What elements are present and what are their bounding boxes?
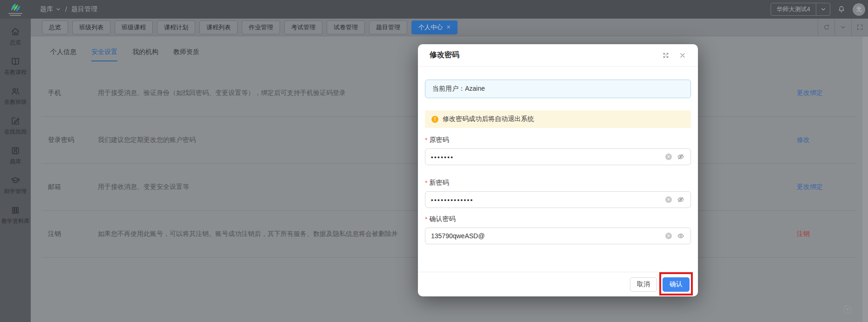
sidebar-item-teaching-courses[interactable]: 在教课程 <box>0 51 31 81</box>
graduation-cap-icon <box>10 175 21 186</box>
sidebar-item-label: 助学管理 <box>4 188 27 195</box>
warning-text: 修改密码成功后将自动退出系统 <box>443 115 534 123</box>
change-phone-binding-link[interactable]: 更改绑定 <box>797 89 823 96</box>
warning-icon: ! <box>431 116 438 123</box>
tab-overview[interactable]: 总览 <box>42 20 68 34</box>
sidebar-nav: 总览 在教课程 在教班级 在线批阅 题库 助学管理 教学资料库 <box>0 19 31 322</box>
modify-password-link[interactable]: 修改 <box>797 136 810 143</box>
setting-label: 手机 <box>48 89 92 97</box>
fullscreen-button[interactable] <box>851 19 868 36</box>
new-password-input[interactable]: ••••••••••••• ✕ <box>425 191 691 208</box>
current-user-text: 当前用户：Azaine <box>432 85 485 93</box>
tab-label: 题目管理 <box>376 23 400 32</box>
sidebar-item-label: 题库 <box>10 158 21 166</box>
sidebar-item-teaching-classes[interactable]: 在教班级 <box>0 81 31 111</box>
old-password-input[interactable]: ••••••• ✕ <box>425 148 691 165</box>
tab-questions[interactable]: 题目管理 <box>369 20 407 34</box>
breadcrumb-root-label: 题库 <box>40 5 53 13</box>
tab-label: 班级课程 <box>122 23 146 32</box>
sidebar-item-label: 在教班级 <box>4 98 27 106</box>
dialog-maximize-button[interactable] <box>662 52 670 59</box>
page-close-circle-button[interactable]: ✕ <box>843 305 852 314</box>
sidebar-item-teaching-materials[interactable]: 教学资料库 <box>0 200 31 230</box>
breadcrumb: 题库 / 题目管理 <box>40 5 97 13</box>
tab-teacher-qualification[interactable]: 教师资质 <box>173 48 199 61</box>
tab-label: 作业管理 <box>249 23 273 32</box>
tabs-menu-button[interactable] <box>834 19 851 36</box>
app-logo[interactable] <box>0 0 31 19</box>
open-tabs-bar: 总览 班级列表 班级课程 课程计划 课程列表 作业管理 考试管理 试卷管理 题目… <box>31 19 868 36</box>
close-tab-icon[interactable]: ✕ <box>446 25 451 30</box>
tab-course-plan[interactable]: 课程计划 <box>157 20 195 34</box>
deactivate-account-link[interactable]: 注销 <box>797 230 810 237</box>
dialog-title: 修改密码 <box>430 50 459 60</box>
avatar-text: 无 <box>856 6 862 13</box>
sidebar-item-overview[interactable]: 总览 <box>0 21 31 51</box>
new-password-value: ••••••••••••• <box>431 196 665 203</box>
breadcrumb-separator: / <box>65 6 67 13</box>
tab-class-courses[interactable]: 班级课程 <box>115 20 153 34</box>
tab-class-list[interactable]: 班级列表 <box>72 20 110 34</box>
refresh-icon <box>823 24 830 31</box>
tab-label: 总览 <box>49 23 61 32</box>
settings-tabs: 个人信息 安全设置 我的机构 教师资质 <box>50 48 199 61</box>
setting-description: 我们建议您定期更改您的账户密码 <box>98 136 196 144</box>
tab-security-settings[interactable]: 安全设置 <box>91 48 117 61</box>
clear-input-icon[interactable]: ✕ <box>665 233 672 239</box>
user-avatar[interactable]: 无 <box>853 3 865 16</box>
tab-label: 课程计划 <box>164 23 188 32</box>
required-marker: * <box>425 179 427 187</box>
tab-personal-info[interactable]: 个人信息 <box>50 48 76 61</box>
setting-description: 用于接受消息、验证身份（如找回密码、变更设置等），绑定后可支持手机验证码登录 <box>98 89 346 97</box>
field-label: 确认密码 <box>429 215 455 223</box>
logo-caption <box>8 13 22 16</box>
setting-label: 注销 <box>48 230 92 238</box>
tab-papers[interactable]: 试卷管理 <box>327 20 365 34</box>
tab-course-list[interactable]: 课程列表 <box>199 20 238 34</box>
chevron-down-icon <box>55 7 61 12</box>
tab-exams[interactable]: 考试管理 <box>284 20 322 34</box>
close-icon <box>679 52 686 59</box>
current-user-banner: 当前用户：Azaine <box>425 80 691 98</box>
account-selector[interactable]: 华师大测试4 <box>771 3 830 16</box>
fullscreen-icon <box>856 24 863 31</box>
cancel-button[interactable]: 取消 <box>630 277 657 292</box>
form-item-new-password: * 新密码 ••••••••••••• ✕ <box>425 178 691 208</box>
clear-input-icon[interactable]: ✕ <box>665 196 672 203</box>
tab-label: 班级列表 <box>79 23 103 32</box>
question-bank-icon <box>10 146 21 156</box>
top-bar: 题库 / 题目管理 华师大测试4 无 <box>0 0 868 19</box>
confirm-button[interactable]: 确认 <box>663 277 690 292</box>
required-marker: * <box>425 136 427 144</box>
confirm-password-input[interactable]: 135790qweASD@ ✕ <box>425 228 691 244</box>
change-email-binding-link[interactable]: 更改绑定 <box>797 183 823 190</box>
account-chevron[interactable] <box>816 3 830 15</box>
tab-my-organization[interactable]: 我的机构 <box>132 48 158 61</box>
sidebar-item-study-aid[interactable]: 助学管理 <box>0 170 31 200</box>
tabbar-tools <box>818 19 868 36</box>
notification-bell-button[interactable] <box>837 5 846 13</box>
breadcrumb-root[interactable]: 题库 <box>40 5 61 13</box>
field-label: 新密码 <box>429 179 449 187</box>
dialog-header: 修改密码 <box>418 44 698 67</box>
tab-personal-center[interactable]: 个人中心 ✕ <box>411 20 458 34</box>
change-password-dialog: 修改密码 当前用户：Azaine ! 修改密码成功后将自动退出系统 <box>418 44 698 296</box>
clear-input-icon[interactable]: ✕ <box>665 154 672 160</box>
eye-off-icon[interactable] <box>677 195 685 204</box>
sidebar-item-online-review[interactable]: 在线批阅 <box>0 111 31 141</box>
scrollbar-track[interactable] <box>862 37 868 322</box>
setting-label: 邮箱 <box>48 183 92 191</box>
refresh-button[interactable] <box>818 19 834 36</box>
sidebar-item-question-bank[interactable]: 题库 <box>0 141 31 170</box>
chevron-down-icon <box>820 6 827 13</box>
tab-homework[interactable]: 作业管理 <box>242 20 280 34</box>
confirm-password-value: 135790qweASD@ <box>431 232 665 240</box>
eye-icon[interactable] <box>677 232 685 240</box>
setting-description: 如果您不再使用此账号，可以将其注销。账号成功注销后，其下所有服务、数据及隐私信息… <box>98 230 398 238</box>
app-root: 题库 / 题目管理 华师大测试4 无 <box>0 0 868 322</box>
eye-off-icon[interactable] <box>677 153 685 161</box>
review-edit-icon <box>10 116 21 126</box>
dialog-close-button[interactable] <box>679 52 686 59</box>
tab-label: 课程列表 <box>206 23 231 32</box>
sidebar-item-label: 总览 <box>10 39 21 47</box>
